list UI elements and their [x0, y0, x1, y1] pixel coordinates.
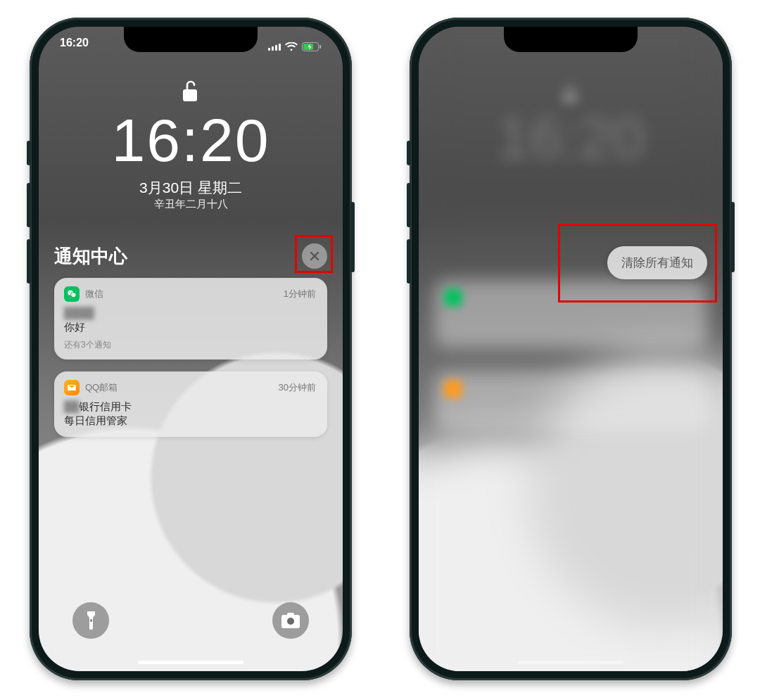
lock-screen-blurred: 16:20 清除所有通知 [419, 27, 723, 671]
lock-lunar-date: 辛丑年二月十八 [39, 198, 343, 211]
notification-card-wechat[interactable]: 微信 1分钟前 ████ 你好 还有3个通知 [54, 278, 327, 359]
power-button[interactable] [350, 202, 355, 272]
battery-icon [302, 42, 322, 51]
mute-switch[interactable] [27, 141, 31, 165]
notification-message: 每日信用管家 [64, 414, 316, 428]
clear-all-label: 清除所有通知 [621, 256, 693, 269]
volume-down-button[interactable] [407, 239, 411, 284]
volume-up-button[interactable] [27, 183, 31, 227]
notch [124, 27, 258, 52]
lock-clock: 16:20 [39, 106, 343, 175]
wechat-icon [64, 286, 80, 302]
svg-point-4 [287, 618, 294, 625]
notification-time: 1分钟前 [284, 288, 316, 300]
cellular-signal-icon [268, 42, 281, 51]
close-icon [309, 250, 320, 262]
power-button[interactable] [730, 202, 735, 272]
lock-screen: 16:20 [39, 27, 343, 671]
iphone-right: 16:20 清除所有通知 [410, 18, 732, 680]
notification-more-count: 还有3个通知 [64, 339, 316, 351]
notification-sender-redacted: ██ [64, 400, 79, 414]
flashlight-button[interactable] [72, 602, 109, 639]
camera-icon [281, 613, 300, 628]
status-time: 16:20 [60, 37, 89, 56]
notification-app-name: QQ邮箱 [85, 381, 118, 394]
notification-sender-redacted: ████ [64, 306, 94, 320]
flashlight-icon [85, 611, 97, 630]
notification-card-blurred [434, 280, 707, 348]
notification-center-title: 通知中心 [54, 244, 127, 269]
notification-center-header: 通知中心 [54, 243, 327, 269]
notification-time: 30分钟前 [279, 381, 316, 394]
wechat-icon [444, 288, 462, 307]
mute-switch[interactable] [407, 141, 411, 165]
svg-rect-3 [90, 619, 91, 622]
clear-notifications-button[interactable] [302, 243, 327, 269]
notification-app-name: 微信 [85, 288, 103, 300]
notification-sender-suffix: 银行信用卡 [79, 400, 132, 412]
svg-rect-2 [319, 45, 321, 49]
notch [504, 27, 638, 52]
clear-all-notifications-button[interactable]: 清除所有通知 [607, 246, 707, 279]
wifi-icon [285, 42, 298, 51]
iphone-left: 16:20 [30, 18, 352, 680]
mail-icon [444, 380, 462, 398]
unlock-icon [39, 79, 343, 106]
notification-message: 你好 [64, 320, 316, 334]
home-indicator[interactable] [138, 661, 243, 664]
notification-card-qqmail[interactable]: QQ邮箱 30分钟前 ██银行信用卡 每日信用管家 [54, 371, 327, 437]
camera-button[interactable] [272, 602, 309, 639]
mail-icon [64, 380, 80, 395]
volume-up-button[interactable] [407, 183, 411, 227]
lock-clock-blurred: 16:20 [419, 104, 723, 172]
lock-date: 3月30日 星期二 [39, 178, 343, 198]
notification-card-blurred [434, 371, 707, 431]
volume-down-button[interactable] [27, 239, 31, 284]
home-indicator[interactable] [518, 661, 623, 664]
